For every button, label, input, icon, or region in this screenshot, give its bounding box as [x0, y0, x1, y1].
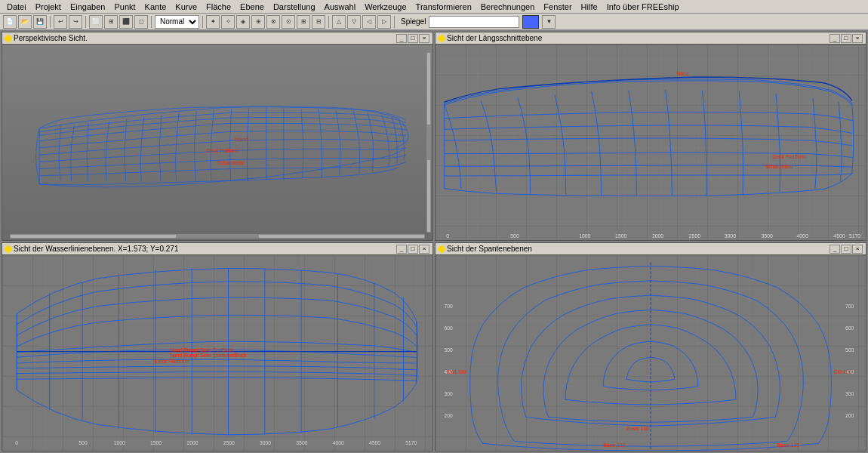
vp-tl-minimize[interactable]: _	[396, 34, 407, 43]
svg-text:2000: 2000	[652, 233, 663, 239]
menu-werkzeuge[interactable]: Werkzeuge	[361, 2, 410, 12]
menu-eingaben[interactable]: Eingaben	[66, 2, 109, 12]
viewport-perspective-titlebar: Perspektivische Sicht. _ □ ×	[2, 32, 432, 45]
viewport-plan-canvas[interactable]: 0 500 1000 1500 2000 2500 3000 3500 4000…	[2, 255, 432, 451]
menu-kante[interactable]: Kante	[141, 2, 171, 12]
viewport-plan-titlebar: Sicht der Wasserlinienebenen. X=1.573; Y…	[2, 243, 432, 255]
toolbar-save[interactable]: 💾	[33, 15, 47, 29]
menu-info[interactable]: Info über FREEship	[603, 2, 683, 12]
viewport-plan-title: Sicht der Wasserlinienebenen. X=1.573; Y…	[14, 245, 178, 253]
svg-text:Basis 110: Basis 110	[603, 442, 626, 448]
vp-bl-close[interactable]: ×	[419, 245, 429, 254]
vp-tr-restore[interactable]: □	[841, 34, 851, 43]
svg-text:CWL 0/0: CWL 0/0	[446, 369, 466, 374]
menu-datei[interactable]: Datei	[3, 2, 30, 12]
svg-text:0: 0	[15, 440, 18, 445]
menu-darstellung[interactable]: Darstellung	[269, 2, 319, 12]
diamond-icon-tl	[4, 34, 12, 42]
toolbar-btn-8[interactable]: ✧	[221, 15, 235, 29]
menu-transformieren[interactable]: Transformieren	[412, 2, 476, 12]
spiegel-color-btn[interactable]	[522, 15, 539, 29]
menu-auswahl[interactable]: Auswahl	[321, 2, 360, 12]
viewport-profile-title-group: Sicht der Längsschnittebene	[439, 34, 542, 42]
menu-hilfe[interactable]: Hilfe	[577, 2, 602, 12]
diamond-icon-br	[437, 245, 445, 253]
viewport-profile-canvas[interactable]: 0 500 1000 1500 2000 2500 3000 3500 4000…	[436, 45, 866, 240]
menu-punkt[interactable]: Punkt	[110, 2, 139, 12]
svg-text:2000: 2000	[186, 440, 198, 445]
toolbar-btn-16[interactable]: ▽	[347, 15, 361, 29]
vp-br-close[interactable]: ×	[852, 245, 863, 254]
vp-br-restore[interactable]: □	[841, 245, 851, 254]
toolbar-btn-15[interactable]: △	[332, 15, 346, 29]
vp-br-minimize[interactable]: _	[830, 245, 840, 254]
menu-projekt[interactable]: Projekt	[32, 2, 65, 12]
svg-text:300: 300	[845, 391, 854, 396]
toolbar-btn-11[interactable]: ⊗	[266, 15, 280, 29]
toolbar-undo[interactable]: ↩	[54, 15, 67, 29]
vp-tl-restore[interactable]: □	[408, 34, 418, 43]
toolbar-btn-9[interactable]: ◈	[236, 15, 250, 29]
spiegel-btn-2[interactable]: ▼	[542, 15, 556, 29]
diamond-icon-tr	[437, 34, 445, 42]
toolbar-btn-14[interactable]: ⊟	[312, 15, 325, 29]
toolbar-btn-18[interactable]: ▷	[377, 15, 391, 29]
svg-text:4500: 4500	[369, 440, 380, 445]
toolbar-btn-12[interactable]: ⊙	[282, 15, 295, 29]
svg-text:600: 600	[845, 325, 854, 331]
toolbar: 📄 📂 💾 ↩ ↪ ⬜ ⊞ ⬛ ◻ Normal ✦ ✧ ◈ ⊕ ⊗ ⊙ ⊞ ⊟…	[0, 14, 868, 30]
viewport-profile: Sicht der Längsschnittebene _ □ ×	[435, 32, 866, 241]
toolbar-open[interactable]: 📂	[18, 15, 32, 29]
svg-text:5170: 5170	[849, 233, 860, 239]
plan-mesh-svg: 0 500 1000 1500 2000 2500 3000 3500 4000…	[2, 255, 432, 451]
spiegel-group: Spiegel ▼	[401, 15, 556, 29]
svg-text:500: 500	[510, 233, 519, 239]
svg-text:Schanzkleid: Schanzkleid	[765, 164, 793, 169]
viewport-perspective-canvas[interactable]: Nand Deck Plattform Schanzkleid	[2, 45, 432, 240]
menu-ebene[interactable]: Ebene	[236, 2, 268, 12]
menu-flache[interactable]: Fläche	[202, 2, 235, 12]
toolbar-btn-3[interactable]: ⬜	[89, 15, 103, 29]
svg-text:Basis 110: Basis 110	[626, 426, 649, 431]
svg-text:5170: 5170	[405, 440, 417, 445]
vp-bl-restore[interactable]: □	[408, 245, 418, 254]
hscroll-tl[interactable]	[10, 234, 425, 239]
vp-bl-minimize[interactable]: _	[396, 245, 407, 254]
menu-fenster[interactable]: Fenster	[540, 2, 575, 12]
svg-text:3000: 3000	[725, 233, 736, 239]
separator-2	[85, 16, 86, 28]
toolbar-btn-6[interactable]: ◻	[134, 15, 148, 29]
separator-4	[202, 16, 203, 28]
vscroll-tl[interactable]	[426, 52, 431, 233]
toolbar-btn-4[interactable]: ⊞	[104, 15, 118, 29]
toolbar-btn-7[interactable]: ✦	[206, 15, 220, 29]
svg-text:Deck Plattform: Deck Plattform	[772, 154, 806, 159]
menu-kurve[interactable]: Kurve	[171, 2, 201, 12]
vscroll-thumb-tl[interactable]	[427, 125, 430, 160]
svg-text:4000: 4000	[333, 440, 344, 445]
svg-text:Nand: Nand	[676, 71, 689, 76]
toolbar-new[interactable]: 📄	[3, 15, 17, 29]
hscroll-thumb-tl[interactable]	[176, 235, 259, 238]
vp-tl-close[interactable]: ×	[419, 34, 429, 43]
vp-tr-minimize[interactable]: _	[830, 34, 840, 43]
menu-berechnungen[interactable]: Berechnungen	[477, 2, 539, 12]
toolbar-btn-10[interactable]: ⊕	[251, 15, 265, 29]
toolbar-btn-13[interactable]: ⊞	[297, 15, 310, 29]
svg-text:2500: 2500	[223, 440, 235, 445]
spiegel-input[interactable]	[429, 16, 519, 28]
viewport-body-title-group: Sicht der Spantenebenen	[439, 245, 532, 253]
viewport-profile-title: Sicht der Längsschnittebene	[447, 34, 542, 42]
viewport-body-canvas[interactable]: 200 300 400 500 600 700 200 300 400 500 …	[436, 255, 866, 451]
viewport-plan-controls: _ □ ×	[396, 245, 429, 254]
svg-text:500: 500	[445, 347, 454, 353]
separator-6	[394, 16, 395, 28]
toolbar-btn-5[interactable]: ⬛	[119, 15, 133, 29]
svg-text:200: 200	[845, 413, 854, 418]
toolbar-btn-17[interactable]: ◁	[362, 15, 376, 29]
svg-text:Basis 115: Basis 115	[777, 442, 799, 448]
vp-tr-close[interactable]: ×	[852, 34, 863, 43]
viewport-profile-titlebar: Sicht der Längsschnittebene _ □ ×	[436, 32, 866, 45]
mode-select[interactable]: Normal	[155, 15, 199, 29]
toolbar-redo[interactable]: ↪	[69, 15, 82, 29]
